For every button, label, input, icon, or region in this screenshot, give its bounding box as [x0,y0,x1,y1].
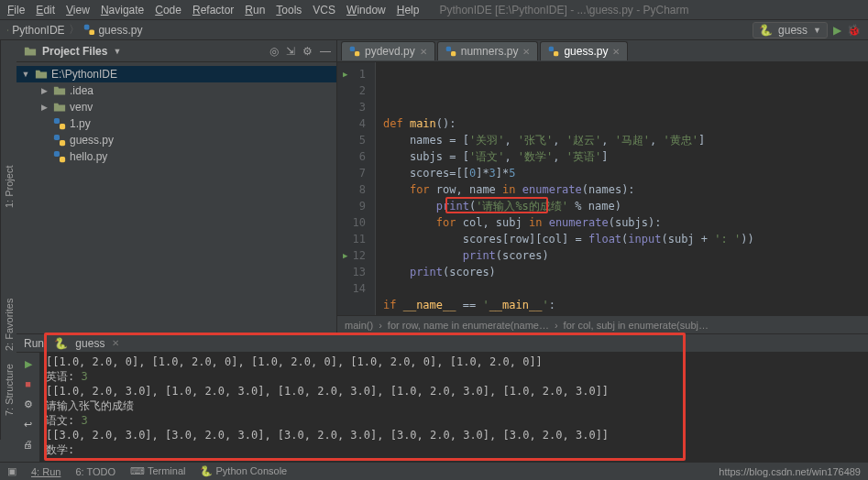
menu-edit[interactable]: Edit [36,4,55,16]
chevron-right-icon[interactable]: ▶ [38,86,49,95]
python-file-icon [548,46,559,57]
stop-icon[interactable]: ■ [21,376,36,391]
main-area: 1: Project Project Files ▼ ◎ ⇲ ⚙ — ▼ E:\… [0,40,868,333]
run-tool-window: Run: 🐍 guess ✕ ▶ ■ ⚙ ↩ 🖨 [[1.0, 2.0, 0],… [16,333,868,462]
menu-code[interactable]: Code [155,4,181,16]
editor-tab-label: numners.py [461,45,519,58]
editor-tab[interactable]: numners.py ✕ [437,41,539,60]
gear-icon[interactable]: ⚙ [302,45,313,58]
run-tab-name[interactable]: guess [75,337,104,350]
editor-tab-active[interactable]: guess.py ✕ [540,41,628,60]
python-file-icon [445,46,456,57]
svg-rect-9 [355,51,359,56]
tree-file[interactable]: guess.py [16,132,336,148]
editor-tab-label: guess.py [564,45,608,58]
tree-root-label: E:\PythonIDE [51,68,117,81]
run-config-name: guess [778,24,808,37]
python-file-icon [53,117,66,130]
folder-icon [24,45,37,58]
bottom-tab-todo[interactable]: 6: TODO [75,466,115,477]
target-icon[interactable]: ◎ [269,45,279,58]
rerun-icon[interactable]: ▶ [21,356,36,371]
sidelabel-project[interactable]: 1: Project [4,166,15,208]
svg-rect-10 [445,47,450,51]
close-icon[interactable]: ✕ [522,47,530,57]
python-file-icon [83,24,95,36]
hide-panel-icon[interactable]: — [320,45,331,58]
soft-wrap-icon[interactable]: ↩ [21,417,36,431]
tree-folder[interactable]: ▶ venv [16,99,336,115]
svg-rect-0 [83,25,89,30]
tree-folder-label: .idea [70,84,93,97]
editor-tab[interactable]: pydevd.py ✕ [341,41,435,60]
svg-rect-7 [60,157,65,162]
run-button-icon[interactable]: ▶ [833,24,841,37]
menu-file[interactable]: File [7,4,25,16]
watermark-text: https://blog.csdn.net/win176489 [719,466,861,477]
sidelabel-structure[interactable]: 7: Structure [4,364,15,416]
menu-view[interactable]: View [66,4,90,16]
svg-rect-8 [350,47,355,51]
menu-refactor[interactable]: Refactor [192,4,234,16]
bottom-tab-terminal[interactable]: ⌨ Terminal [130,465,185,477]
side-label-left-lower[interactable]: 7: Structure 2: Favorites [0,275,16,440]
svg-rect-2 [54,118,60,124]
menu-navigate[interactable]: Navigate [101,4,144,16]
python-file-icon [349,46,360,57]
editor-area: pydevd.py ✕ numners.py ✕ guess.py ✕ ▶123… [337,40,868,333]
breadcrumb-project[interactable]: PythonIDE [12,24,64,37]
bottom-tool-strip: ▣ 4: Run 6: TODO ⌨ Terminal 🐍 Python Con… [0,462,868,480]
menu-tools[interactable]: Tools [276,4,302,16]
run-body: ▶ ■ ⚙ ↩ 🖨 [[1.0, 2.0, 0], [1.0, 2.0, 0],… [16,353,868,462]
chevron-down-icon[interactable]: ▼ [113,47,121,56]
chevron-down-icon[interactable]: ▼ [20,70,31,79]
editor-tabs: pydevd.py ✕ numners.py ✕ guess.py ✕ [337,40,868,62]
code-editor[interactable]: ▶12345 67891011 ▶121314 def main(): name… [337,62,868,315]
svg-rect-4 [54,135,60,140]
tree-file[interactable]: 1.py [16,115,336,132]
menu-help[interactable]: Help [397,4,420,16]
close-icon[interactable]: ✕ [420,47,427,57]
chevron-right-icon[interactable]: ▶ [38,103,49,112]
tree-file[interactable]: hello.py [16,148,336,165]
tree-file-label: guess.py [70,134,114,147]
breadcrumb-sep: 〉 [69,22,80,38]
run-gutter: ▶ ■ ⚙ ↩ 🖨 [16,353,40,462]
editor-tab-label: pydevd.py [365,45,415,58]
debug-button-icon[interactable]: 🐞 [847,24,861,37]
breadcrumb-file[interactable]: guess.py [98,24,142,37]
tree-file-label: hello.py [70,150,107,163]
collapse-icon[interactable]: ⇲ [286,45,295,58]
tree-folder[interactable]: ▶ .idea [16,82,336,99]
menu-run[interactable]: Run [245,4,265,16]
run-config-combo[interactable]: 🐍 guess ▼ [753,22,828,38]
code-content[interactable]: def main(): names = ['关羽', '张飞', '赵云', '… [376,62,868,315]
svg-rect-1 [89,30,94,36]
project-panel-header: Project Files ▼ ◎ ⇲ ⚙ — [16,40,336,62]
run-config-icon: 🐍 [759,24,773,37]
bottom-tab-pyconsole[interactable]: 🐍 Python Console [200,465,287,477]
close-icon[interactable]: ✕ [612,47,620,57]
tree-root[interactable]: ▼ E:\PythonIDE [16,66,336,82]
code-crumb-item[interactable]: for row, name in enumerate(name… [388,320,549,331]
svg-rect-11 [451,51,456,56]
print-icon[interactable]: 🖨 [21,437,36,452]
code-crumb-item[interactable]: main() [345,320,373,331]
bottom-tab-run[interactable]: 4: Run [31,466,60,477]
python-file-icon [53,134,66,147]
svg-rect-6 [54,151,60,157]
menu-vcs[interactable]: VCS [313,4,335,16]
project-panel-title: Project Files [42,45,107,58]
run-config-icon: 🐍 [54,337,68,350]
python-file-icon [53,150,66,163]
menu-window[interactable]: Window [346,4,386,16]
svg-rect-12 [549,47,554,51]
settings-icon[interactable]: ⚙ [21,397,36,411]
close-icon[interactable]: ✕ [112,338,119,348]
sidelabel-favorites[interactable]: 2: Favorites [4,299,15,351]
console-output[interactable]: [[1.0, 2.0, 0], [1.0, 2.0, 0], [1.0, 2.0… [40,353,868,462]
toolstrip-toggle-icon[interactable]: ▣ [7,465,16,477]
project-panel: Project Files ▼ ◎ ⇲ ⚙ — ▼ E:\PythonIDE ▶… [16,40,337,333]
folder-icon [35,68,48,81]
code-crumb-item[interactable]: for col, subj in enumerate(subj… [564,320,709,331]
